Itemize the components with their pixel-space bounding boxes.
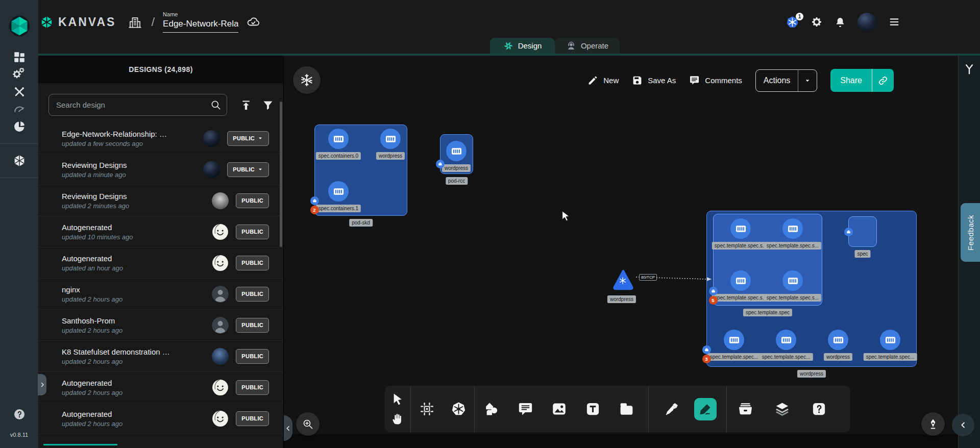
tool-comment-tool[interactable] bbox=[508, 386, 542, 432]
meshery-logo[interactable] bbox=[8, 15, 31, 37]
tool-image-tool[interactable] bbox=[542, 386, 576, 432]
visibility-badge[interactable]: PUBLIC bbox=[236, 349, 269, 364]
tool-tab-tool[interactable] bbox=[609, 386, 643, 432]
tool-select-cursor[interactable] bbox=[390, 391, 405, 407]
container-node[interactable] bbox=[880, 330, 900, 350]
copy-link-icon[interactable] bbox=[872, 76, 894, 86]
tool-freehand[interactable] bbox=[689, 386, 722, 432]
design-list-item[interactable]: Santhosh-Promupdated 2 hours agoPUBLIC bbox=[38, 310, 283, 341]
kanvas-brand[interactable]: KANVAS bbox=[40, 15, 116, 29]
sidebar-expand-button[interactable] bbox=[38, 374, 46, 395]
design-name-field: Name bbox=[163, 11, 238, 33]
feedback-tab[interactable]: Feedback bbox=[961, 203, 980, 262]
filter-icon[interactable] bbox=[262, 99, 274, 111]
design-list-item[interactable]: Edge-Network-Relationship: Serviceupdate… bbox=[38, 123, 283, 154]
tab-design[interactable]: Design bbox=[490, 38, 555, 54]
design-name-input[interactable] bbox=[163, 19, 238, 33]
container-node[interactable] bbox=[828, 330, 848, 350]
actions-caret-icon[interactable] bbox=[798, 77, 817, 85]
tool-kubernetes[interactable] bbox=[443, 386, 474, 432]
design-list-item[interactable]: K8 Statefulset demonstration with moupda… bbox=[38, 341, 283, 372]
kubernetes-context-switcher[interactable]: 1 bbox=[786, 15, 799, 29]
tool-help-tool[interactable] bbox=[800, 386, 837, 432]
service-node[interactable] bbox=[611, 268, 635, 292]
tool-shapes[interactable] bbox=[475, 386, 508, 432]
right-panel-expand-button[interactable] bbox=[952, 414, 974, 436]
merge-branch-icon[interactable] bbox=[963, 63, 976, 76]
error-count-badge[interactable]: 3 bbox=[702, 355, 711, 363]
search-design-input[interactable] bbox=[48, 94, 227, 116]
settings-gear-icon[interactable] bbox=[811, 16, 823, 28]
container-node[interactable] bbox=[380, 129, 401, 149]
visibility-badge[interactable]: PUBLIC bbox=[236, 256, 269, 270]
mode-tabs: DesignOperate bbox=[490, 38, 620, 54]
visibility-badge[interactable]: PUBLIC bbox=[236, 318, 269, 333]
save-as-button[interactable]: Save As bbox=[632, 75, 676, 86]
node-label: spec.template.spec... bbox=[864, 353, 917, 361]
visibility-badge[interactable]: PUBLIC bbox=[236, 193, 269, 208]
node-group-spec-template-spec[interactable] bbox=[713, 214, 822, 306]
visibility-badge[interactable]: PUBLIC bbox=[236, 287, 269, 302]
design-list-item[interactable]: Autogeneratedupdated 2 hours agoPUBLIC bbox=[38, 403, 283, 434]
sidebar-item-configuration[interactable] bbox=[13, 85, 26, 98]
design-list-item[interactable]: Autogeneratedupdated an hour agoPUBLIC bbox=[38, 247, 283, 279]
panel-scrollbar-thumb[interactable] bbox=[280, 102, 282, 247]
pod-badge[interactable] bbox=[310, 196, 319, 205]
container-node[interactable] bbox=[776, 330, 796, 350]
hamburger-menu-icon[interactable] bbox=[888, 17, 901, 27]
container-node[interactable] bbox=[446, 141, 467, 161]
error-count-badge[interactable]: 2 bbox=[310, 206, 319, 214]
tool-drawer[interactable] bbox=[727, 386, 764, 432]
container-node[interactable] bbox=[782, 270, 803, 291]
tool-pan-hand[interactable] bbox=[390, 411, 405, 427]
container-node[interactable] bbox=[328, 181, 349, 202]
visibility-badge[interactable]: PUBLIC bbox=[236, 380, 269, 395]
sidebar-item-kanvas[interactable] bbox=[13, 154, 26, 167]
container-node[interactable] bbox=[328, 129, 349, 149]
pod-badge[interactable] bbox=[844, 228, 853, 236]
container-node[interactable] bbox=[730, 270, 751, 291]
node-label: wordpress bbox=[442, 164, 471, 172]
design-author-avatar bbox=[212, 255, 229, 271]
zoom-in-fab[interactable] bbox=[296, 412, 320, 436]
pod-badge[interactable] bbox=[436, 160, 445, 168]
container-node[interactable] bbox=[782, 218, 803, 239]
help-icon[interactable] bbox=[13, 408, 26, 420]
kubernetes-dock-fab[interactable] bbox=[293, 66, 321, 94]
tool-pen-tool[interactable] bbox=[655, 386, 689, 432]
pod-badge[interactable] bbox=[702, 345, 711, 354]
tool-layers[interactable] bbox=[764, 386, 800, 432]
design-list-item[interactable]: nginxupdated 2 hours agoPUBLIC bbox=[38, 279, 283, 310]
sidebar-item-extensions[interactable] bbox=[13, 120, 26, 133]
whiteboard-pen-fab[interactable] bbox=[921, 412, 945, 436]
sidebar-item-lifecycle[interactable] bbox=[13, 68, 26, 81]
error-count-badge[interactable]: 5 bbox=[709, 296, 718, 305]
import-design-icon[interactable] bbox=[240, 99, 252, 111]
design-list-item[interactable]: Autogeneratedupdated 10 minutes agoPUBLI… bbox=[38, 216, 283, 247]
notifications-bell-icon[interactable] bbox=[834, 16, 846, 28]
visibility-badge[interactable]: PUBLIC bbox=[227, 162, 269, 177]
sidebar-item-performance[interactable] bbox=[13, 103, 26, 116]
tool-component[interactable] bbox=[411, 386, 443, 432]
actions-dropdown-button[interactable]: Actions bbox=[755, 69, 817, 92]
design-canvas[interactable]: pod-skdpod-rccwordpressspec.template.spe… bbox=[284, 56, 958, 448]
user-avatar[interactable] bbox=[857, 13, 876, 32]
organization-icon[interactable] bbox=[128, 15, 142, 29]
design-list-item[interactable]: Reviewing Designsupdated 2 minutes agoPU… bbox=[38, 185, 283, 216]
tool-text-tool[interactable] bbox=[576, 386, 609, 432]
comments-button[interactable]: Comments bbox=[689, 75, 742, 86]
visibility-badge[interactable]: PUBLIC bbox=[236, 225, 269, 239]
design-list-item[interactable]: Reviewing Designsupdated a minute agoPUB… bbox=[38, 154, 283, 185]
visibility-badge[interactable]: PUBLIC bbox=[227, 131, 269, 146]
container-node[interactable] bbox=[730, 218, 751, 239]
share-button[interactable]: Share bbox=[830, 69, 894, 92]
pod-badge[interactable] bbox=[709, 287, 718, 295]
sidebar-item-dashboard[interactable] bbox=[13, 51, 26, 64]
visibility-badge[interactable]: PUBLIC bbox=[236, 411, 269, 426]
container-node[interactable] bbox=[724, 330, 744, 350]
kanvas-logo-icon bbox=[40, 15, 54, 29]
new-design-button[interactable]: New bbox=[587, 75, 619, 86]
tab-operate[interactable]: Operate bbox=[555, 38, 620, 54]
design-list-item[interactable]: Autogeneratedupdated 2 hours agoPUBLIC bbox=[38, 372, 283, 403]
kanvas-wordmark: KANVAS bbox=[58, 15, 116, 29]
